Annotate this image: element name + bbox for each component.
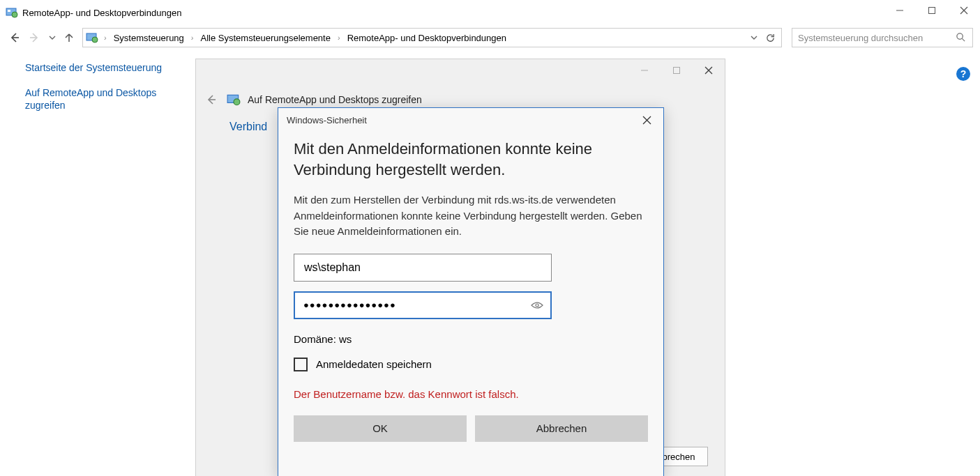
wizard-close-button[interactable] [693,61,725,80]
security-dialog-title: Windows-Sicherheit [287,115,367,125]
remoteapp-wizard-icon [227,93,241,107]
password-masked: ●●●●●●●●●●●●●●● [303,300,396,310]
wizard-heading-truncated: Verbind [229,121,267,132]
svg-line-12 [962,38,965,41]
search-input[interactable]: Systemsteuerung durchsuchen [792,28,973,47]
nav-back-button[interactable] [7,30,22,45]
security-dialog-titlebar: Windows-Sicherheit [278,108,663,132]
svg-rect-4 [929,8,935,14]
remoteapp-icon [6,6,18,19]
search-icon [956,32,967,43]
svg-rect-14 [674,68,680,74]
username-field[interactable] [294,254,552,282]
breadcrumb-item[interactable]: RemoteApp- und Desktopverbindungen [346,31,508,45]
security-close-button[interactable] [634,111,659,129]
wizard-title: Auf RemoteApp und Desktops zugreifen [248,94,422,105]
svg-point-22 [536,304,538,307]
username-input[interactable] [303,261,543,275]
error-message: Der Benutzername bzw. das Kennwort ist f… [294,388,648,400]
chevron-right-icon: › [188,33,197,42]
nav-history-dropdown[interactable] [46,30,59,45]
wizard-titlebar [196,59,725,84]
nav-up-button[interactable] [63,30,75,45]
cancel-button[interactable]: Abbrechen [475,415,648,442]
window-titlebar: RemoteApp- und Desktopverbindungen [0,0,980,25]
chevron-right-icon: › [335,33,343,42]
sidebar: Startseite der Systemsteuerung Auf Remot… [0,50,185,476]
nav-forward-button[interactable] [27,30,42,45]
address-bar[interactable]: › Systemsteuerung › Alle Systemsteuerung… [82,28,782,47]
security-heading: Mit den Anmeldeinformationen konnte kein… [294,139,648,180]
cancel-label: Abbrechen [536,422,587,434]
wizard-minimize-button[interactable] [628,61,661,80]
svg-point-2 [12,12,17,17]
chevron-right-icon: › [101,33,110,42]
svg-point-19 [234,99,240,105]
window-title: RemoteApp- und Desktopverbindungen [22,8,181,18]
domain-label: Domäne: ws [294,333,648,345]
nav-bar: › Systemsteuerung › Alle Systemsteuerung… [0,25,980,50]
ok-label: OK [372,422,388,434]
svg-point-10 [92,37,98,43]
security-dialog: Windows-Sicherheit Mit den Anmeldeinform… [278,107,664,476]
close-button[interactable] [948,0,980,21]
svg-point-11 [957,33,963,39]
wizard-maximize-button[interactable] [661,61,693,80]
chevron-down-icon[interactable] [751,34,757,41]
search-placeholder: Systemsteuerung durchsuchen [798,33,956,43]
remoteapp-path-icon [86,31,98,44]
svg-rect-1 [8,10,10,12]
maximize-button[interactable] [916,0,948,21]
remember-label: Anmeldedaten speichern [316,358,432,370]
remember-checkbox[interactable]: Anmeldedaten speichern [294,358,648,371]
sidebar-link-home[interactable]: Startseite der Systemsteuerung [25,61,176,74]
security-message: Mit den zum Herstellen der Verbindung mi… [294,192,648,240]
minimize-button[interactable] [884,0,916,21]
checkbox-icon [294,358,308,371]
sidebar-link-access[interactable]: Auf RemoteApp und Desktops zugreifen [25,86,176,112]
refresh-button[interactable] [762,29,778,46]
reveal-password-icon[interactable] [531,301,543,309]
breadcrumb-item[interactable]: Alle Systemsteuerungselemente [199,31,332,45]
wizard-back-button[interactable] [203,91,220,108]
breadcrumb-item[interactable]: Systemsteuerung [112,31,186,45]
password-field[interactable]: ●●●●●●●●●●●●●●● [294,291,552,319]
ok-button[interactable]: OK [294,415,467,442]
